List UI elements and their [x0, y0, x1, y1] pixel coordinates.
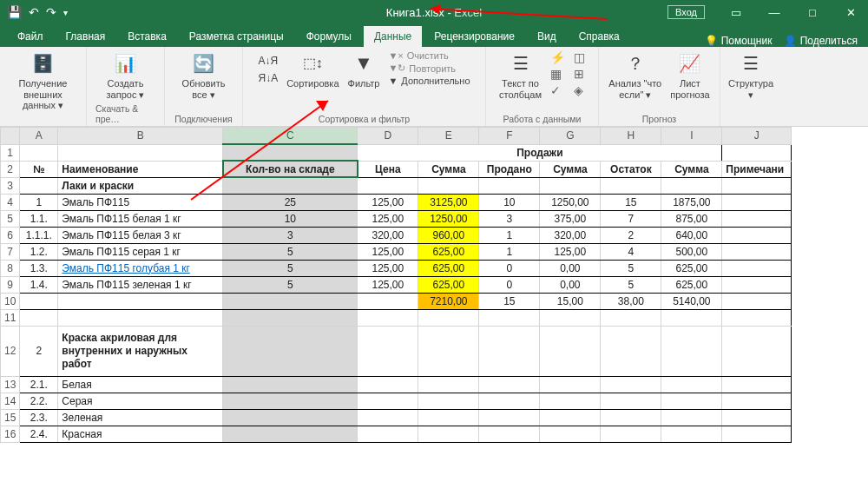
new-query-button[interactable]: 📊 Создать запрос ▾	[107, 50, 145, 100]
cell[interactable]	[540, 177, 601, 194]
col-header[interactable]: J	[722, 128, 792, 145]
cell[interactable]: 2	[601, 227, 661, 243]
cell[interactable]	[58, 309, 223, 326]
cell[interactable]	[223, 393, 358, 409]
tab-home[interactable]: Главная	[56, 26, 116, 47]
cell[interactable]: 15,00	[540, 293, 601, 309]
cell[interactable]: 2.2.	[20, 393, 58, 409]
minimize-icon[interactable]: —	[757, 0, 792, 24]
cell[interactable]	[661, 409, 722, 426]
col-header[interactable]: D	[358, 128, 418, 145]
cell[interactable]	[479, 426, 540, 442]
data-validation-icon[interactable]: ✓	[550, 83, 565, 97]
outline-button[interactable]: ☰ Структура ▾	[728, 50, 773, 100]
row-header[interactable]: 8	[1, 260, 20, 276]
cell[interactable]	[722, 393, 792, 409]
undo-icon[interactable]: ↶	[29, 5, 39, 19]
cell[interactable]	[20, 293, 58, 309]
tab-insert[interactable]: Вставка	[117, 26, 177, 47]
cell[interactable]: Лаки и краски	[58, 177, 223, 194]
cell[interactable]	[601, 177, 661, 194]
close-icon[interactable]: ✕	[833, 0, 868, 24]
login-button[interactable]: Вход	[667, 5, 705, 19]
cell[interactable]: Эмаль ПФ115 зеленая 1 кг	[58, 276, 223, 293]
cell[interactable]	[661, 426, 722, 442]
cell[interactable]	[479, 177, 540, 194]
row-header[interactable]: 10	[1, 293, 20, 309]
cell[interactable]	[223, 326, 358, 376]
maximize-icon[interactable]: □	[795, 0, 830, 24]
cell[interactable]: 7	[601, 210, 661, 227]
cell[interactable]: 4	[601, 243, 661, 260]
cell[interactable]: 375,00	[540, 210, 601, 227]
cell[interactable]	[479, 309, 540, 326]
cell[interactable]	[20, 144, 58, 161]
cell[interactable]	[540, 309, 601, 326]
redo-icon[interactable]: ↷	[46, 5, 56, 19]
cell[interactable]: Серая	[58, 393, 223, 409]
cell[interactable]	[418, 409, 479, 426]
row-header[interactable]: 7	[1, 243, 20, 260]
cell[interactable]: Наименование	[58, 161, 223, 177]
cell[interactable]	[601, 393, 661, 409]
cell[interactable]: Эмаль ПФ115 белая 1 кг	[58, 210, 223, 227]
text-to-columns-button[interactable]: ☰ Текст по столбцам	[499, 50, 542, 100]
cell[interactable]	[358, 393, 418, 409]
cell[interactable]	[418, 426, 479, 442]
cell[interactable]: 625,00	[418, 243, 479, 260]
cell[interactable]	[601, 426, 661, 442]
cell[interactable]: Сумма	[661, 161, 722, 177]
cell[interactable]	[540, 376, 601, 393]
cell[interactable]: Краска акриловая для внутренних и наружн…	[58, 326, 223, 376]
cell[interactable]: 875,00	[661, 210, 722, 227]
tab-file[interactable]: Файл	[7, 26, 54, 47]
cell[interactable]: 625,00	[661, 260, 722, 276]
cell[interactable]: 960,00	[418, 227, 479, 243]
cell[interactable]	[540, 393, 601, 409]
cell[interactable]	[540, 326, 601, 376]
cell[interactable]: Примечани	[722, 161, 792, 177]
cell[interactable]: 15	[479, 293, 540, 309]
cell[interactable]: 320,00	[358, 227, 418, 243]
tab-help[interactable]: Справка	[569, 26, 630, 47]
col-header[interactable]: H	[601, 128, 661, 145]
filter-button[interactable]: ▼ Фильтр	[348, 50, 380, 89]
cell[interactable]: 1250,00	[540, 194, 601, 210]
flash-fill-icon[interactable]: ⚡	[550, 50, 565, 64]
cell[interactable]	[722, 376, 792, 393]
tab-formulas[interactable]: Формулы	[296, 26, 362, 47]
cell[interactable]	[223, 144, 358, 161]
refresh-all-button[interactable]: 🔄 Обновить все ▾	[182, 50, 226, 100]
cell[interactable]: 125,00	[358, 276, 418, 293]
cell[interactable]: 10	[223, 210, 358, 227]
cell[interactable]	[223, 376, 358, 393]
cell[interactable]: 15	[601, 194, 661, 210]
cell[interactable]: 1.3.	[20, 260, 58, 276]
select-all[interactable]	[1, 128, 20, 145]
sort-az-button[interactable]: А↓Я	[258, 56, 278, 68]
cell[interactable]	[223, 309, 358, 326]
cell[interactable]: Эмаль ПФ115 серая 1 кг	[58, 243, 223, 260]
cell[interactable]	[223, 293, 358, 309]
cell[interactable]: 5	[601, 260, 661, 276]
ribbon-options-icon[interactable]: ▭	[719, 0, 753, 24]
cell[interactable]	[661, 376, 722, 393]
cell[interactable]	[418, 177, 479, 194]
cell[interactable]	[661, 326, 722, 376]
cell[interactable]: 2.3.	[20, 409, 58, 426]
cell[interactable]	[223, 177, 358, 194]
cell[interactable]: 1.1.1.	[20, 227, 58, 243]
row-header[interactable]: 5	[1, 210, 20, 227]
cell[interactable]	[358, 326, 418, 376]
cell[interactable]: Продано	[479, 161, 540, 177]
cell[interactable]	[722, 210, 792, 227]
cell[interactable]: 0,00	[540, 276, 601, 293]
cell[interactable]: Зеленая	[58, 409, 223, 426]
title-cell[interactable]: Продажи	[358, 144, 722, 161]
cell[interactable]	[358, 293, 418, 309]
cell[interactable]: 10	[479, 194, 540, 210]
cell[interactable]: 5	[601, 276, 661, 293]
cell[interactable]	[722, 177, 792, 194]
cell[interactable]	[479, 376, 540, 393]
cell[interactable]: 1	[20, 194, 58, 210]
